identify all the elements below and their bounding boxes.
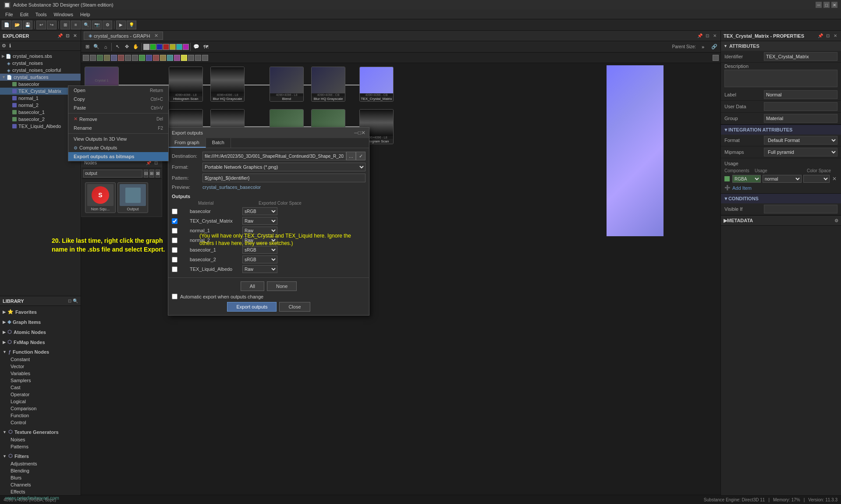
favorites-header[interactable]: ▶ ⭐ Favorites [0, 308, 81, 316]
graph-tab[interactable]: ◈ crystal_surfaces - GRAPH ✕ [84, 32, 163, 40]
basecolor-check[interactable] [172, 209, 177, 214]
destination-input[interactable] [202, 152, 346, 160]
ctx-item-remove[interactable]: ✕ Remove Del [68, 114, 168, 124]
lib-item-noises[interactable]: Noises [0, 436, 81, 443]
lib-item-constant[interactable]: Constant [0, 356, 81, 363]
export-tab-from-graph[interactable]: From graph [168, 138, 206, 148]
basecolor2-check[interactable] [172, 257, 177, 263]
ctx-item-paste[interactable]: Paste Ctrl+V [68, 103, 168, 112]
swatch-purple[interactable] [183, 44, 189, 50]
explorer-close-icon[interactable]: ✕ [72, 33, 78, 39]
redo-btn[interactable]: ↪ [47, 21, 57, 29]
filter-icon-6[interactable] [118, 55, 124, 61]
normal2-check[interactable] [172, 238, 177, 243]
ctx-item-open[interactable]: Open Return [68, 86, 168, 95]
node-blur-1[interactable]: 4096×4096 - L8 Blur HQ Grayscale [210, 67, 245, 102]
node-histogram-1[interactable]: 4096×4096 - L8 Histogram Scan [169, 67, 203, 102]
lib-item-variables[interactable]: Variables [0, 370, 81, 377]
props-pin-icon[interactable]: 📌 [817, 33, 823, 39]
node-blur-2[interactable]: 4096×4096 - CB Blur HQ Grayscale [311, 67, 345, 102]
normal2-cs-select[interactable]: Raw [242, 236, 277, 244]
gt-comment-btn[interactable]: 💬 [192, 43, 201, 51]
attributes-header[interactable]: ▼ ATTRIBUTES [721, 41, 841, 51]
usage-comp-dropdown[interactable]: RGBA [732, 175, 761, 183]
np-sort-btn[interactable]: ⊞ [149, 170, 154, 177]
np-grid-btn[interactable]: ⊠ [156, 170, 160, 177]
filter-icon-11[interactable] [153, 55, 159, 61]
lib-item-logical[interactable]: Logical [0, 398, 81, 405]
gt-link-btn[interactable]: 🔗 [710, 43, 719, 51]
np-filter-btn[interactable]: ⊟ [144, 170, 148, 177]
lib-item-blending[interactable]: Blending [0, 467, 81, 474]
fxmap-header[interactable]: ▶ ⬡ FxMap Nodes [0, 338, 81, 346]
lib-item-blurs[interactable]: Blurs [0, 474, 81, 481]
export-tab-batch[interactable]: Batch [206, 138, 231, 148]
userdata-input[interactable] [764, 102, 837, 111]
node-blend-1[interactable]: 4096×4096 - L8 Blend [270, 67, 304, 102]
zoom-btn[interactable]: 🔍 [82, 21, 91, 29]
gt-move-btn[interactable]: ✥ [122, 43, 131, 51]
normal1-check[interactable] [172, 228, 177, 234]
visible-if-input[interactable] [764, 205, 837, 213]
filter-icon-1[interactable] [83, 55, 89, 61]
save-btn[interactable]: 💾 [23, 21, 32, 29]
gt-nav-btn[interactable]: 🗺 [201, 43, 210, 51]
add-item-button[interactable]: ➕ Add Item [724, 185, 752, 191]
menu-tools[interactable]: Tools [32, 11, 50, 18]
camera-btn[interactable]: 📷 [92, 21, 102, 29]
basecolor2-cs-select[interactable]: sRGB [242, 256, 277, 263]
none-button[interactable]: None [267, 281, 297, 291]
tree-item-crystal-noises-colorful[interactable]: ◈ crystal_noises_colorful [0, 67, 81, 74]
explorer-nav-back[interactable]: ⚙ [2, 43, 6, 49]
open-btn[interactable]: 📂 [12, 21, 22, 29]
tex-crystal-check[interactable] [172, 218, 177, 224]
usage-use-dropdown[interactable]: normal [763, 175, 802, 183]
tree-item-crystal-surfaces[interactable]: ▼ 📄 crystal_surfaces [0, 74, 81, 81]
basecolor1-cs-select[interactable]: sRGB [242, 246, 277, 254]
normal1-cs-select[interactable]: Raw [242, 227, 277, 234]
destination-browse-btn[interactable]: … [346, 152, 356, 160]
export-max-btn[interactable]: □ [358, 130, 361, 136]
group-input[interactable] [764, 114, 837, 123]
export-outputs-button[interactable]: Export outputs [227, 302, 277, 312]
tex-liquid-cs-select[interactable]: Raw [242, 265, 277, 273]
swatch-cyan[interactable] [176, 44, 182, 50]
filter-icon-9[interactable] [139, 55, 145, 61]
filter-icon-8[interactable] [132, 55, 138, 61]
light-btn[interactable]: 💡 [127, 21, 136, 29]
filter-icon-10[interactable] [146, 55, 152, 61]
lib-item-effects[interactable]: Effects [0, 488, 81, 495]
lib-item-function[interactable]: Function [0, 412, 81, 419]
lib-item-comparison[interactable]: Comparison [0, 405, 81, 412]
filter-icon-7[interactable] [125, 55, 131, 61]
snap-btn[interactable]: ⊞ [60, 21, 70, 29]
metadata-settings-icon[interactable]: ⚙ [834, 218, 838, 223]
library-header[interactable]: LIBRARY ⊡ 🔍 [0, 296, 81, 306]
basecolor-cs-select[interactable]: sRGB [242, 207, 277, 215]
swatch-red[interactable] [163, 44, 169, 50]
label-input[interactable] [764, 90, 837, 99]
close-dialog-button[interactable]: Close [279, 302, 310, 312]
lib-item-adjustments[interactable]: Adjustments [0, 460, 81, 467]
new-btn[interactable]: 📄 [2, 21, 11, 29]
usage-cs-dropdown[interactable] [803, 175, 830, 183]
tex-liquid-check[interactable] [172, 266, 177, 272]
lib-item-operator[interactable]: Operator [0, 391, 81, 398]
usage-del-button[interactable]: ✕ [831, 176, 837, 182]
ctx-item-compute[interactable]: ⚙ Compute Outputs [68, 143, 168, 152]
filter-icon-5[interactable] [111, 55, 117, 61]
filter-icon-12[interactable] [160, 55, 166, 61]
graph-items-header[interactable]: ▶ ◈ Graph Items [0, 318, 81, 326]
swatch-gray[interactable] [143, 44, 149, 50]
props-expand-icon[interactable]: ⊡ [825, 33, 831, 39]
graph-tab-close[interactable]: ✕ [154, 33, 158, 39]
ctx-item-copy[interactable]: Copy Ctrl+C [68, 95, 168, 103]
settings-btn[interactable]: ⚙ [103, 21, 112, 29]
filter-icon-3[interactable] [97, 55, 103, 61]
filter-icon-extra[interactable] [713, 55, 719, 61]
export-close-btn[interactable]: ✕ [361, 130, 365, 136]
metadata-header[interactable]: ▶ METADATA ⚙ [721, 216, 841, 225]
menu-edit[interactable]: Edit [17, 11, 32, 18]
format-dialog-dropdown[interactable]: Portable Network Graphics (*.png) [202, 163, 365, 171]
swatch-green[interactable] [150, 44, 156, 50]
